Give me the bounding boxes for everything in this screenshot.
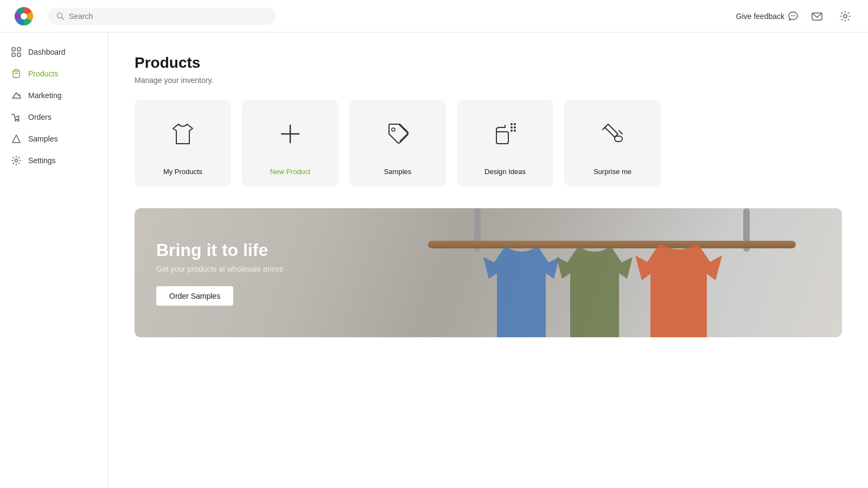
feedback-icon [788,11,799,22]
app-logo[interactable] [13,5,35,27]
my-products-label: My Products [163,168,202,187]
new-product-label: New Product [270,168,310,187]
samples-card[interactable]: Samples [349,100,446,187]
sidebar-samples-label: Samples [28,134,58,143]
give-feedback-button[interactable]: Give feedback [736,11,799,22]
svg-point-1 [21,13,27,20]
sidebar-item-marketing[interactable]: Marketing [0,85,108,106]
app-header: Give feedback [0,0,868,33]
design-ideas-card[interactable]: Design Ideas [457,100,553,187]
sidebar-item-products[interactable]: Products [0,63,108,85]
product-cards-row: My Products New Product [135,100,842,187]
samples-card-label: Samples [384,168,412,187]
dashboard-icon [11,47,22,57]
page-subtitle: Manage your inventory. [135,76,842,85]
svg-rect-12 [17,53,21,56]
app-body: Dashboard Products Marketing [0,33,868,488]
promo-banner: Bring it to life Get your products at wh… [135,208,842,337]
my-products-icon-area [169,100,197,168]
svg-rect-19 [496,132,508,144]
svg-point-21 [514,126,516,129]
mail-button[interactable] [807,7,827,26]
svg-rect-9 [12,48,15,51]
tshirt-icon [169,120,197,148]
samples-icon-area [384,100,412,168]
header-actions: Give feedback [736,7,856,26]
sidebar-products-label: Products [28,69,58,78]
svg-line-3 [62,17,63,19]
paint-icon [598,120,627,148]
give-feedback-label: Give feedback [736,12,785,21]
sidebar-dashboard-label: Dashboard [28,48,66,56]
svg-point-18 [392,128,395,131]
search-bar[interactable] [48,8,276,25]
svg-point-13 [15,120,16,121]
sidebar-item-dashboard[interactable]: Dashboard [0,41,108,63]
sidebar-item-settings[interactable]: Settings [0,150,108,171]
main-content: Products Manage your inventory. My Produ… [108,33,868,488]
banner-content: Bring it to life Get your products at wh… [156,240,283,306]
sidebar: Dashboard Products Marketing [0,33,108,488]
order-samples-button[interactable]: Order Samples [156,286,233,306]
svg-point-15 [15,159,18,162]
sidebar-settings-label: Settings [28,156,56,165]
sidebar-marketing-label: Marketing [28,91,61,100]
svg-point-14 [18,120,19,121]
svg-point-25 [514,123,516,125]
banner-subtitle: Get your products at wholesale prices [156,265,283,273]
products-icon [11,68,22,79]
svg-point-22 [510,130,513,132]
plus-icon [277,121,303,147]
svg-point-8 [844,15,847,18]
svg-rect-26 [615,136,622,142]
tag-icon [384,120,412,148]
settings-icon [11,155,22,166]
spray-icon [491,120,519,148]
svg-point-20 [510,126,513,129]
surprise-me-label: Surprise me [593,168,631,187]
new-product-icon-area [277,100,303,168]
new-product-card[interactable]: New Product [242,100,339,187]
search-input[interactable] [69,12,267,21]
page-title: Products [135,54,842,72]
design-ideas-label: Design Ideas [484,168,526,187]
sidebar-item-samples[interactable]: Samples [0,128,108,150]
design-ideas-icon-area [491,100,519,168]
marketing-icon [11,90,22,101]
surprise-me-card[interactable]: Surprise me [564,100,661,187]
svg-point-5 [793,15,794,16]
samples-icon [11,133,22,144]
sidebar-orders-label: Orders [28,113,52,121]
search-icon [56,12,65,21]
svg-rect-11 [12,53,15,56]
orders-icon [11,112,22,123]
sidebar-item-orders[interactable]: Orders [0,106,108,128]
settings-button[interactable] [835,7,855,26]
svg-point-24 [510,123,513,125]
surprise-me-icon-area [598,100,627,168]
svg-point-6 [794,15,795,16]
svg-rect-10 [17,48,21,51]
svg-point-23 [514,130,516,132]
my-products-card[interactable]: My Products [135,100,231,187]
svg-point-4 [791,15,792,16]
banner-title: Bring it to life [156,240,283,260]
